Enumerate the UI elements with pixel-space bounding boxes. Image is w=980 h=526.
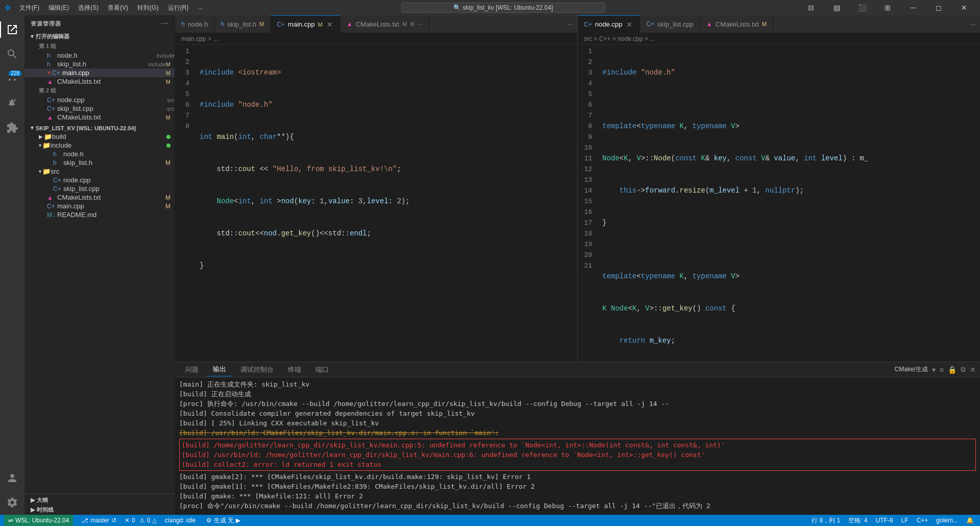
activity-search[interactable] bbox=[0, 42, 24, 66]
more-icon[interactable]: ··· bbox=[970, 20, 976, 28]
panel-line-12: [build] gmake: *** [Makefile:121: all] E… bbox=[179, 491, 976, 501]
close-icon[interactable]: ✕ bbox=[326, 20, 334, 29]
panel-close-icon[interactable]: ✕ bbox=[970, 366, 976, 374]
titlebar-controls: ⊟ ▤ ⬛ ⊞ ─ ◻ ✕ bbox=[799, 0, 976, 15]
tab-main-cpp[interactable]: C+ main.cpp M ✕ bbox=[271, 15, 340, 33]
titlebar-search-box[interactable]: 🔍 skip_list_kv [WSL: Ubuntu-22.04] bbox=[401, 3, 605, 13]
right-tab-bar: C+ node.cpp ✕ C+ skip_list.cpp ▲ CMakeLi… bbox=[578, 15, 980, 33]
activity-scm[interactable]: 228 bbox=[0, 66, 24, 91]
file-cmakelists[interactable]: ▲ CMakeLists.txt M bbox=[24, 193, 175, 202]
statusbar-notifications[interactable]: 🔔 bbox=[964, 517, 976, 524]
open-editor-main-cpp[interactable]: ✕ C+ main.cpp M bbox=[24, 68, 175, 77]
statusbar-spaces[interactable]: 空格: 4 bbox=[846, 516, 869, 525]
file-skip-list-h[interactable]: h skip_list.h M bbox=[24, 158, 175, 167]
statusbar-feedback[interactable]: golem... bbox=[934, 517, 960, 524]
panel-output-label: CMake/生成 bbox=[894, 365, 927, 374]
open-editor-cmakelists-2[interactable]: ▲ CMakeLists.txt M bbox=[24, 113, 175, 122]
panel-line-6-warn: [build] /usr/bin/ld: CMakeFiles/skip_lis… bbox=[179, 428, 976, 438]
file-node-cpp[interactable]: C+ node.cpp bbox=[24, 176, 175, 184]
maximize-btn[interactable]: ◻ bbox=[927, 0, 950, 15]
file-skip-list-cpp[interactable]: C+ skip_list.cpp bbox=[24, 184, 175, 193]
menu-view[interactable]: 查看(V) bbox=[104, 3, 132, 13]
panel-tab-output[interactable]: 输出 bbox=[207, 363, 232, 376]
menu-more[interactable]: ... bbox=[193, 3, 207, 13]
close-icon[interactable]: ✕ bbox=[47, 70, 51, 76]
h-file-icon: h bbox=[47, 61, 55, 68]
statusbar-branch[interactable]: ⎇ master ↺ bbox=[79, 517, 118, 524]
statusbar-language[interactable]: C++ bbox=[915, 517, 930, 524]
menu-select[interactable]: 选择(S) bbox=[74, 3, 103, 13]
right-editor-content[interactable]: 12345678 910111213141516 1718192021 #inc… bbox=[578, 45, 980, 362]
layout-btn-2[interactable]: ▤ bbox=[825, 0, 848, 15]
sidebar-header: 资源管理器 ··· bbox=[24, 15, 175, 32]
menu-file[interactable]: 文件(F) bbox=[15, 3, 43, 13]
layout-btn-4[interactable]: ⊞ bbox=[876, 0, 899, 15]
tab-cmakelists-left[interactable]: ▲ CMakeLists.txt M ⚙ ··· bbox=[340, 15, 429, 33]
activity-debug[interactable] bbox=[0, 91, 24, 115]
panel-line-3: [proc] 执行命令: /usr/bin/cmake --build /hom… bbox=[179, 399, 976, 409]
panel-lock-icon[interactable]: 🔒 bbox=[948, 366, 957, 374]
layout-btn-3[interactable]: ⬛ bbox=[850, 0, 874, 15]
open-editor-node-h[interactable]: h node.h include bbox=[24, 51, 175, 60]
activity-explorer[interactable] bbox=[0, 17, 24, 42]
sidebar-more-icon[interactable]: ··· bbox=[161, 19, 168, 28]
open-editor-skip-list-h[interactable]: h skip_list.h include M bbox=[24, 60, 175, 68]
tab-node-h[interactable]: h node.h bbox=[175, 15, 214, 33]
open-editors-label[interactable]: ▾ 打开的编辑器 bbox=[24, 32, 175, 41]
build-text: 生成 无 bbox=[214, 516, 234, 525]
branch-icon: ⎇ bbox=[81, 517, 88, 524]
folder-build[interactable]: ▶ 📁 build bbox=[24, 132, 175, 141]
tab-node-cpp[interactable]: C+ node.cpp ✕ bbox=[578, 15, 640, 33]
file-name: skip_list.cpp bbox=[63, 185, 175, 193]
activity-settings[interactable] bbox=[0, 490, 24, 515]
activity-extensions[interactable] bbox=[0, 115, 24, 140]
panel-tab-terminal[interactable]: 终端 bbox=[282, 363, 307, 376]
timeline-label[interactable]: ▶ 时间线 bbox=[24, 505, 175, 515]
statusbar-errors[interactable]: ✕ 0 ⚠ 0 △ bbox=[125, 517, 157, 524]
layout-btn-1[interactable]: ⊟ bbox=[799, 0, 823, 15]
open-editor-node-cpp[interactable]: C+ node.cpp src bbox=[24, 95, 175, 104]
statusbar-position[interactable]: 行 8，列 1 bbox=[810, 516, 842, 525]
statusbar-encoding[interactable]: UTF-8 bbox=[874, 517, 895, 524]
menu-goto[interactable]: 转到(G) bbox=[133, 3, 162, 13]
project-label[interactable]: ▾ SKIP_LIST_KV [WSL: UBUNTU-22.04] bbox=[24, 124, 175, 132]
group1-label[interactable]: 第 1 组 bbox=[24, 41, 175, 51]
tab-skip-list-cpp[interactable]: C+ skip_list.cpp bbox=[640, 15, 700, 33]
outline-label[interactable]: ▶ 大纲 bbox=[24, 494, 175, 505]
panel-list-icon[interactable]: ≡ bbox=[940, 366, 944, 374]
file-node-h[interactable]: h node.h bbox=[24, 150, 175, 158]
more-icon[interactable]: ··· bbox=[567, 20, 573, 28]
left-tab-bar: h node.h h skip_list.h M C+ main.cpp M ✕… bbox=[175, 15, 578, 33]
tab-skip-list-h[interactable]: h skip_list.h M bbox=[214, 15, 271, 33]
left-code-content[interactable]: #include <iostream> #include "node.h" in… bbox=[195, 45, 547, 362]
close-btn[interactable]: ✕ bbox=[952, 0, 976, 15]
folder-src[interactable]: ▾ 📁 src bbox=[24, 167, 175, 176]
group2-label[interactable]: 第 2 组 bbox=[24, 86, 175, 95]
build-play[interactable]: ▶ bbox=[236, 517, 240, 524]
file-name: skip_list.h bbox=[63, 159, 165, 166]
file-main-cpp[interactable]: C+ main.cpp M bbox=[24, 202, 175, 210]
panel-tab-debug[interactable]: 调试控制台 bbox=[234, 363, 280, 376]
panel-tab-ports[interactable]: 端口 bbox=[309, 363, 335, 376]
file-readme[interactable]: M↓ README.md bbox=[24, 210, 175, 219]
menu-edit[interactable]: 编辑(E) bbox=[44, 3, 73, 13]
folder-include[interactable]: ▾ 📁 include bbox=[24, 141, 175, 150]
left-editor-content[interactable]: 12345678 #include <iostream> #include "n… bbox=[175, 45, 577, 362]
statusbar-line-ending[interactable]: LF bbox=[899, 517, 911, 524]
open-editor-skip-list-cpp[interactable]: C+ skip_list.cpp src bbox=[24, 104, 175, 113]
statusbar-build-status[interactable]: ⚙ 生成 无 ▶ bbox=[204, 516, 242, 525]
close-icon[interactable]: ✕ bbox=[625, 20, 633, 29]
minimize-btn[interactable]: ─ bbox=[901, 0, 925, 15]
panel-content[interactable]: [main] 正在生成文件夹: skip_list_kv [build] 正在启… bbox=[175, 377, 980, 515]
open-editor-cmakelists-1[interactable]: ▲ CMakeLists.txt M bbox=[24, 77, 175, 86]
statusbar-remote[interactable]: ⇌ WSL: Ubuntu-22.04 bbox=[4, 515, 73, 526]
panel-copy-icon[interactable]: ⧉ bbox=[961, 365, 966, 374]
activity-account[interactable] bbox=[0, 466, 24, 490]
menu-run[interactable]: 运行(R) bbox=[164, 3, 193, 13]
open-editors-title: 打开的编辑器 bbox=[36, 33, 69, 40]
tab-cmakelists-right[interactable]: ▲ CMakeLists.txt M bbox=[700, 15, 773, 33]
panel-dropdown-icon[interactable]: ▾ bbox=[932, 366, 936, 374]
right-code-content[interactable]: #include "node.h" template<typename K, t… bbox=[598, 45, 949, 362]
panel-tab-problems[interactable]: 问题 bbox=[179, 363, 205, 376]
file-name: node.cpp bbox=[63, 176, 175, 184]
